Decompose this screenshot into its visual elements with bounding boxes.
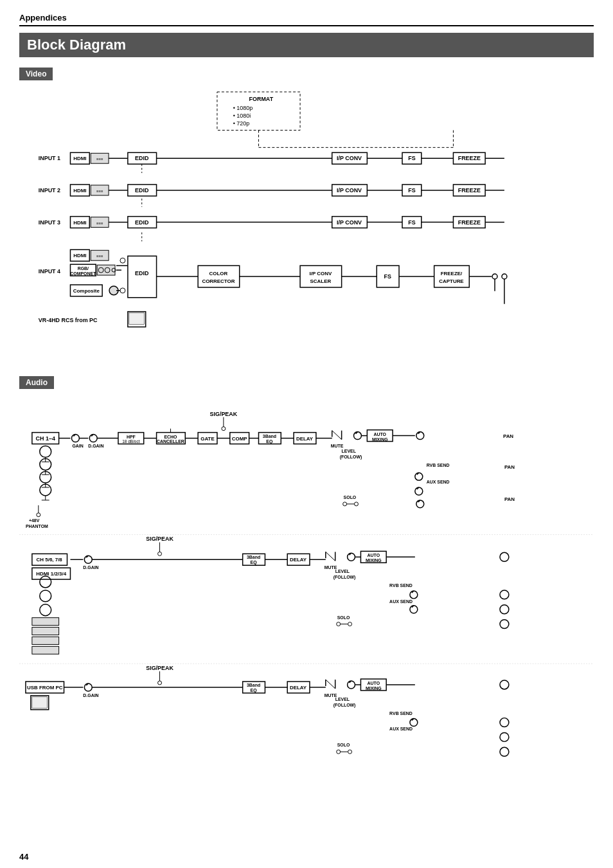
svg-point-282 <box>410 719 418 727</box>
svg-point-238 <box>348 622 352 626</box>
svg-text:(FOLLOW): (FOLLOW) <box>333 703 356 708</box>
svg-text:RVB SEND: RVB SEND <box>427 463 450 467</box>
svg-text:AUTO: AUTO <box>368 553 380 557</box>
svg-point-103 <box>492 274 497 279</box>
svg-point-290 <box>348 750 352 754</box>
svg-text:AUX SEND: AUX SEND <box>427 480 450 484</box>
svg-text:AUX SEND: AUX SEND <box>389 727 413 731</box>
svg-point-84 <box>120 288 125 293</box>
svg-text:RGB/: RGB/ <box>78 266 89 271</box>
svg-point-250 <box>158 681 162 685</box>
svg-text:3Band: 3Band <box>263 434 276 439</box>
svg-point-228 <box>410 591 418 599</box>
svg-text:CORRECTOR: CORRECTOR <box>202 278 235 284</box>
svg-point-114 <box>222 427 226 431</box>
svg-text:EQ: EQ <box>251 688 258 693</box>
svg-text:HDMI 1/2/3/4: HDMI 1/2/3/4 <box>36 571 66 577</box>
svg-point-167 <box>415 487 423 495</box>
svg-point-216 <box>348 553 355 561</box>
svg-text:SOLO: SOLO <box>344 495 357 500</box>
svg-text:SIG/PEAK: SIG/PEAK <box>146 536 173 542</box>
svg-point-291 <box>500 747 509 756</box>
svg-text:INPUT 1: INPUT 1 <box>39 155 60 161</box>
svg-text:I/P CONV: I/P CONV <box>337 187 362 194</box>
svg-text:COMPONET: COMPONET <box>70 271 96 276</box>
svg-text:FS: FS <box>408 219 415 226</box>
svg-text:≡≡≡: ≡≡≡ <box>96 189 103 193</box>
svg-text:DELAY: DELAY <box>290 685 307 691</box>
page: Appendices Block Diagram Video FORMAT • … <box>0 0 613 781</box>
svg-point-288 <box>337 750 341 754</box>
svg-text:RVB SEND: RVB SEND <box>389 583 413 588</box>
svg-rect-109 <box>129 313 145 325</box>
svg-text:PHANTOM: PHANTOM <box>26 524 48 529</box>
svg-text:SIG/PEAK: SIG/PEAK <box>146 665 173 671</box>
svg-point-224 <box>500 552 509 561</box>
video-section-label: Video <box>19 68 53 80</box>
svg-text:VR-4HD RCS from PC: VR-4HD RCS from PC <box>39 317 98 323</box>
svg-text:INPUT 4: INPUT 4 <box>39 268 60 275</box>
svg-text:D.GAIN: D.GAIN <box>88 444 103 448</box>
svg-text:I/P CONV: I/P CONV <box>310 271 332 276</box>
svg-point-116 <box>71 435 79 442</box>
svg-text:18 dB/oct: 18 dB/oct <box>122 439 139 444</box>
svg-text:COLOR: COLOR <box>209 271 228 276</box>
svg-text:MUTE: MUTE <box>331 444 344 448</box>
svg-rect-73 <box>97 265 115 275</box>
svg-rect-246 <box>32 646 59 654</box>
audio-svg: CH 1–4 SIG/PEAK GAIN D.GAIN HPF 18 dB/oc… <box>19 395 594 759</box>
svg-point-172 <box>354 502 358 506</box>
svg-text:D.GAIN: D.GAIN <box>83 693 98 698</box>
svg-text:≡≡≡: ≡≡≡ <box>96 254 103 258</box>
svg-line-213 <box>326 552 335 561</box>
svg-point-163 <box>415 473 423 480</box>
svg-text:PAN: PAN <box>504 464 515 470</box>
svg-text:I/P CONV: I/P CONV <box>337 155 362 161</box>
svg-text:LEVEL: LEVEL <box>342 449 357 453</box>
appendices-title: Appendices <box>19 13 594 26</box>
svg-point-201 <box>84 556 92 563</box>
svg-point-83 <box>120 258 125 263</box>
svg-text:≡≡≡: ≡≡≡ <box>96 221 103 225</box>
svg-point-120 <box>89 435 97 442</box>
svg-point-157 <box>416 432 424 440</box>
svg-text:(FOLLOW): (FOLLOW) <box>340 455 362 460</box>
svg-text:HPF: HPF <box>127 435 136 439</box>
page-number: 44 <box>19 852 28 862</box>
svg-point-286 <box>500 732 509 741</box>
svg-text:RVB SEND: RVB SEND <box>389 711 413 716</box>
svg-text:INPUT 2: INPUT 2 <box>39 187 60 194</box>
svg-point-278 <box>500 680 509 689</box>
svg-point-150 <box>354 432 362 440</box>
svg-text:• 1080p: • 1080p <box>233 105 253 111</box>
svg-text:CAPTURE: CAPTURE <box>439 278 463 284</box>
svg-point-104 <box>502 274 507 279</box>
svg-text:HDMI: HDMI <box>73 220 86 226</box>
svg-text:DELAY: DELAY <box>290 557 307 563</box>
svg-text:AUTO: AUTO <box>368 681 380 685</box>
svg-point-223 <box>416 553 424 561</box>
svg-text:CANCELLER: CANCELLER <box>157 439 184 444</box>
svg-point-239 <box>500 620 509 629</box>
svg-point-195 <box>158 552 162 556</box>
block-diagram-header: Block Diagram <box>19 33 594 57</box>
svg-line-268 <box>326 680 335 689</box>
svg-text:SOLO: SOLO <box>337 615 350 620</box>
svg-point-173 <box>416 500 424 508</box>
svg-text:3Band: 3Band <box>247 683 260 687</box>
svg-text:FREEZE: FREEZE <box>458 187 481 194</box>
svg-point-242 <box>40 604 51 616</box>
svg-point-234 <box>500 605 509 614</box>
svg-text:MIXING: MIXING <box>366 686 382 691</box>
audio-diagram: CH 1–4 SIG/PEAK GAIN D.GAIN HPF 18 dB/oc… <box>19 395 594 768</box>
svg-text:FS: FS <box>408 155 415 161</box>
svg-text:PAN: PAN <box>503 433 513 439</box>
svg-text:INPUT 3: INPUT 3 <box>39 219 60 226</box>
svg-text:FREEZE: FREEZE <box>458 155 481 161</box>
svg-text:LEVEL: LEVEL <box>335 697 350 701</box>
svg-point-241 <box>40 590 51 602</box>
svg-rect-85 <box>128 256 157 298</box>
svg-text:FS: FS <box>384 273 391 280</box>
svg-text:FREEZE: FREEZE <box>458 219 481 226</box>
svg-text:EDID: EDID <box>135 219 149 226</box>
